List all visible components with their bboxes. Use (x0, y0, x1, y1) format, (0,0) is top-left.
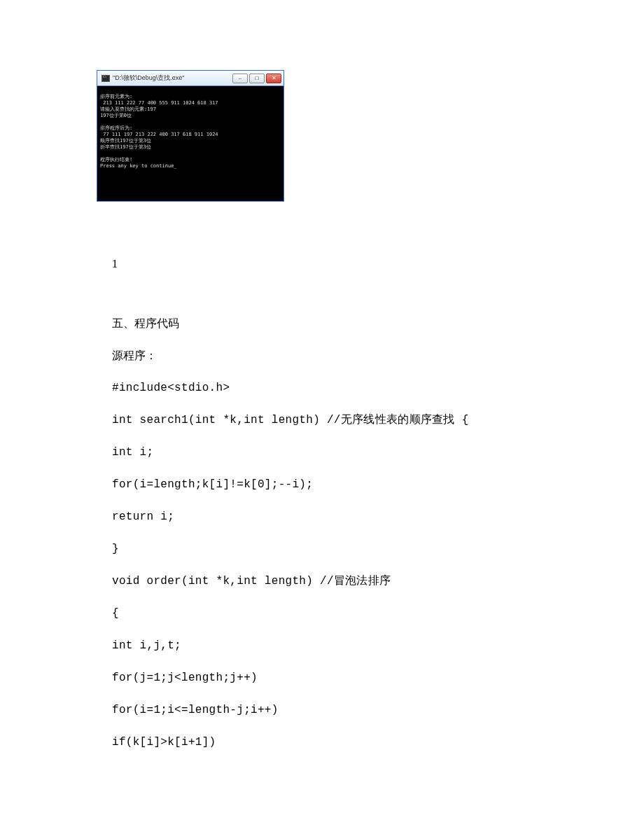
code-line: for(i=length;k[i]!=k[0];--i); (112, 473, 532, 496)
code-line: for(j=1;j<length;j++) (112, 667, 532, 689)
page-number: 1 (112, 258, 532, 270)
console-line: 顺序查找197位于第3位 (100, 138, 151, 144)
console-title: "D:\微软\Debug\查找.exe" (113, 74, 184, 83)
console-line: 程序执行结束! (100, 157, 132, 162)
console-line: 197位于第0位 (100, 113, 132, 118)
console-titlebar: "D:\微软\Debug\查找.exe" – □ ✕ (97, 71, 284, 86)
console-line: 排序前元素为: (100, 94, 132, 99)
console-line: 排序程序后为: (100, 125, 132, 131)
code-line: void order(int *k,int length) //冒泡法排序 (112, 570, 532, 592)
code-line: int i,j,t; (112, 634, 532, 657)
sub-header: 源程序： (112, 345, 532, 367)
console-line: 77 111 197 213 222 400 317 618 911 1024 (100, 132, 218, 137)
console-body: 排序前元素为: 213 111 222 77 400 555 911 1024 … (97, 86, 284, 201)
code-line: } (112, 538, 532, 560)
code-line: #include<stdio.h> (112, 377, 532, 399)
maximize-icon: □ (255, 76, 259, 81)
section-header: 五、程序代码 (112, 312, 532, 335)
cmd-icon (102, 75, 110, 82)
console-line: 请输入要查找的元素:197 (100, 106, 156, 112)
minimize-button[interactable]: – (232, 74, 248, 83)
code-line: int search1(int *k,int length) //无序线性表的顺… (112, 409, 532, 431)
code-line: return i; (112, 506, 532, 528)
close-button[interactable]: ✕ (266, 74, 281, 83)
minimize-icon: – (239, 76, 241, 81)
titlebar-buttons: – □ ✕ (232, 74, 281, 83)
titlebar-left: "D:\微软\Debug\查找.exe" (102, 74, 184, 83)
maximize-button[interactable]: □ (249, 74, 265, 83)
code-line: for(i=1;i<=length-j;i++) (112, 699, 532, 721)
console-line: Press any key to continue_ (100, 163, 177, 169)
console-line: 213 111 222 77 400 555 911 1024 618 317 (100, 100, 218, 106)
code-line: { (112, 602, 532, 625)
close-icon: ✕ (272, 76, 276, 81)
code-line: if(k[i]>k[i+1]) (112, 731, 532, 753)
code-line: int i; (112, 441, 532, 464)
console-line: 折半查找197位于第3位 (100, 144, 151, 150)
console-screenshot: "D:\微软\Debug\查找.exe" – □ ✕ 排序前元素为: 213 1… (97, 70, 284, 202)
